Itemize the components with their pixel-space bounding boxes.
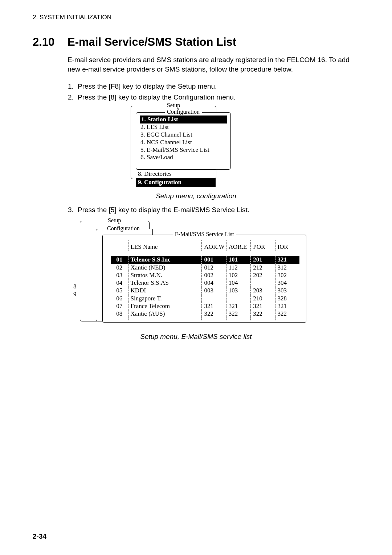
col-aore: AOR.E	[226, 243, 250, 251]
table-cell: 201	[250, 256, 275, 263]
table-cell: 07	[111, 302, 128, 310]
col-blank	[111, 243, 128, 251]
table-cell: KDDI	[128, 287, 202, 294]
table-cell: 02	[111, 264, 128, 271]
table-cell: Singapore T.	[128, 295, 202, 302]
table-cell: 212	[250, 264, 275, 271]
menu-item-les-list[interactable]: 2. LES List	[140, 123, 227, 131]
table-cell: 103	[226, 287, 250, 294]
menu-item-directories[interactable]: 8. Directories	[136, 170, 216, 178]
table-cell: Stratos M.N.	[128, 271, 202, 279]
configuration-legend-2: Configuration	[105, 225, 142, 232]
steps-1-2: Press the [F8] key to display the Setup …	[68, 82, 359, 102]
table-cell: Xantic (NED)	[128, 264, 202, 271]
table-cell: 004	[201, 279, 226, 287]
table-cell: 002	[201, 271, 226, 279]
table-cell: Xantic (AUS)	[128, 310, 202, 317]
step-1: Press the [F8] key to display the Setup …	[75, 82, 359, 91]
table-cell	[250, 279, 275, 287]
table-cell: 202	[250, 271, 275, 279]
table-row[interactable]: 06Singapore T.210328	[111, 295, 299, 302]
table-cell: 203	[250, 287, 275, 294]
table-cell: 210	[250, 295, 275, 302]
table-cell: 01	[111, 256, 128, 263]
table-cell	[226, 295, 250, 302]
menu-item-email-sms-service-list[interactable]: 5. E-Mail/SMS Service List	[140, 146, 227, 154]
table-cell: Telenor S.S.Inc	[128, 256, 202, 263]
col-aorw: AOR.W	[201, 243, 226, 251]
configuration-legend: Configuration	[165, 109, 202, 115]
figure2-caption: Setup menu, E-Mail/SMS service list	[33, 333, 359, 341]
running-header: 2. SYSTEM INITIALIZATION	[33, 14, 359, 21]
table-cell: 322	[250, 310, 275, 317]
table-cell: 112	[226, 264, 250, 271]
table-cell: 06	[111, 295, 128, 302]
table-cell: 04	[111, 279, 128, 287]
outer-8: 8	[73, 283, 77, 290]
table-row[interactable]: 01Telenor S.S.Inc001101201321	[111, 256, 299, 263]
service-list-legend: E-Mail/SMS Service List	[173, 231, 236, 238]
table-cell	[201, 295, 226, 302]
section-number: 2.10	[33, 36, 68, 49]
table-cell: 101	[226, 256, 250, 263]
table-cell: 304	[275, 279, 299, 287]
page-number: 2-34	[33, 532, 46, 540]
table-cell: 102	[226, 271, 250, 279]
section-title: 2.10E-mail Service/SMS Station List	[33, 36, 359, 49]
setup-legend-2: Setup	[106, 217, 123, 224]
menu-item-configuration[interactable]: 9. Configuration	[136, 178, 216, 187]
table-cell: 104	[226, 279, 250, 287]
table-cell: 322	[201, 310, 226, 317]
table-row[interactable]: 04Telenor S.S.AS004104304	[111, 279, 299, 287]
table-cell: 302	[275, 271, 299, 279]
setup-legend: Setup	[165, 102, 182, 109]
table-cell: 321	[226, 302, 250, 310]
table-cell: 321	[250, 302, 275, 310]
table-header-row: LES Name AOR.W AOR.E POR IOR	[111, 243, 299, 251]
table-cell: 001	[201, 256, 226, 263]
table-cell: 303	[275, 287, 299, 294]
table-row[interactable]: 07France Telecom321321321321	[111, 302, 299, 310]
figure-setup-configuration: Setup Configuration 1. Station List 2. L…	[131, 106, 261, 189]
table-cell: 322	[226, 310, 250, 317]
table-cell: 05	[111, 287, 128, 294]
col-ior: IOR	[275, 243, 299, 251]
figure-email-sms-service-list: 8 9 Setup Configuration E-Mail/SMS Servi…	[80, 221, 312, 330]
partial-outer-menu: 8 9	[73, 283, 77, 298]
table-cell: 03	[111, 271, 128, 279]
table-cell: France Telecom	[128, 302, 202, 310]
intro-paragraph: E-mail service providers and SMS station…	[68, 55, 359, 74]
table-cell: 328	[275, 295, 299, 302]
menu-item-station-list[interactable]: 1. Station List	[140, 116, 227, 124]
col-por: POR	[250, 243, 275, 251]
outer-9: 9	[73, 290, 77, 298]
step-2: Press the [8] key to display the Configu…	[75, 93, 359, 102]
menu-item-egc-channel-list[interactable]: 3. EGC Channel List	[140, 131, 227, 139]
table-cell: 321	[275, 256, 299, 263]
table-cell: 003	[201, 287, 226, 294]
section-heading: E-mail Service/SMS Station List	[68, 36, 236, 48]
table-cell: 312	[275, 264, 299, 271]
step-3: Press the [5] key to display the E-mail/…	[75, 205, 359, 215]
menu-item-save-load[interactable]: 6. Save/Load	[140, 154, 227, 161]
configuration-frame: Configuration 1. Station List 2. LES Lis…	[136, 112, 231, 170]
steps-3: Press the [5] key to display the E-mail/…	[68, 205, 359, 215]
table-row[interactable]: 03Stratos M.N.002102202302	[111, 271, 299, 279]
service-list-table: LES Name AOR.W AOR.E POR IOR ------ ----…	[111, 240, 299, 320]
menu-item-ncs-channel-list[interactable]: 4. NCS Channel List	[140, 139, 227, 146]
table-cell: 012	[201, 264, 226, 271]
table-cell: Telenor S.S.AS	[128, 279, 202, 287]
figure1-caption: Setup menu, configuration	[33, 192, 359, 200]
table-cell: 322	[275, 310, 299, 317]
table-cell: 321	[275, 302, 299, 310]
table-row[interactable]: 02Xantic (NED)012112212312	[111, 264, 299, 271]
table-row[interactable]: 08Xantic (AUS)322322322322	[111, 310, 299, 317]
service-list-frame: E-Mail/SMS Service List LES Name AOR.W A…	[102, 235, 306, 323]
col-les-name: LES Name	[128, 243, 202, 251]
table-cell: 08	[111, 310, 128, 317]
table-row[interactable]: 05KDDI003103203303	[111, 287, 299, 294]
table-cell: 321	[201, 302, 226, 310]
